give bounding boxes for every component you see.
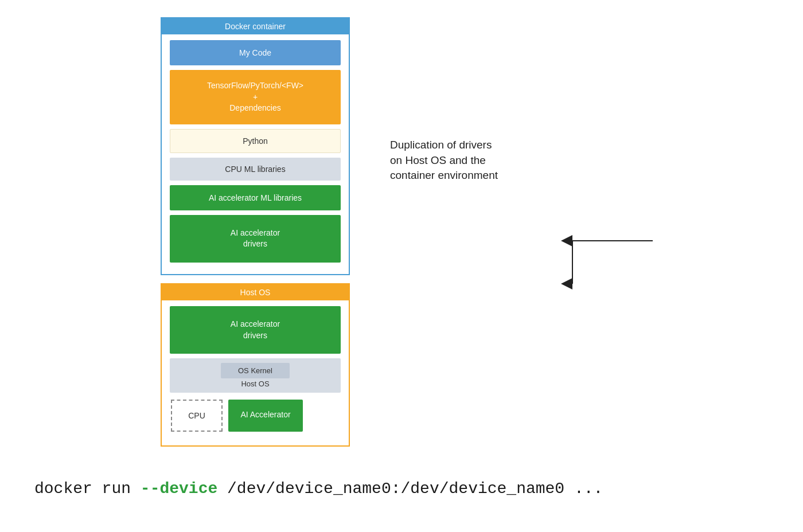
ai-accelerator-box: AI Accelerator — [228, 400, 303, 432]
main-container: Docker container My Code TensorFlow/PyTo… — [0, 0, 803, 447]
cpu-ml-layer: CPU ML libraries — [170, 158, 341, 181]
cmd-suffix: /dev/device_name0:/dev/device_name0 ... — [217, 480, 603, 498]
os-kernel-label: OS Kernel — [221, 363, 290, 378]
python-layer: Python — [170, 129, 341, 153]
annotation-text: Duplication of driverson Host OS and the… — [390, 138, 585, 183]
hostos-layers: AI acceleratordrivers OS Kernel Host OS … — [162, 300, 349, 440]
hostos-box: Host OS AI acceleratordrivers OS Kernel … — [161, 283, 350, 447]
hardware-row: CPU AI Accelerator — [170, 397, 341, 434]
ai-drivers-container-layer: AI acceleratordrivers — [170, 215, 341, 263]
command-line-area: docker run --device /dev/device_name0:/d… — [34, 480, 603, 498]
cmd-device-flag: --device — [141, 480, 217, 498]
cpu-box: CPU — [171, 400, 223, 432]
os-kernel-area: OS Kernel Host OS — [170, 358, 341, 393]
docker-header: Docker container — [162, 18, 349, 34]
host-os-sublabel: Host OS — [241, 380, 269, 388]
hostos-header: Host OS — [162, 284, 349, 300]
docker-layers: My Code TensorFlow/PyTorch/<FW>+Dependen… — [162, 34, 349, 268]
docker-container-box: Docker container My Code TensorFlow/PyTo… — [161, 17, 350, 275]
my-code-layer: My Code — [170, 40, 341, 65]
annotation-area: Duplication of driverson Host OS and the… — [367, 138, 585, 183]
tensorflow-layer: TensorFlow/PyTorch/<FW>+Dependencies — [170, 70, 341, 124]
ai-drivers-host-layer: AI acceleratordrivers — [170, 306, 341, 354]
cmd-prefix: docker run — [34, 480, 141, 498]
ai-ml-libs-layer: AI accelerator ML libraries — [170, 185, 341, 210]
